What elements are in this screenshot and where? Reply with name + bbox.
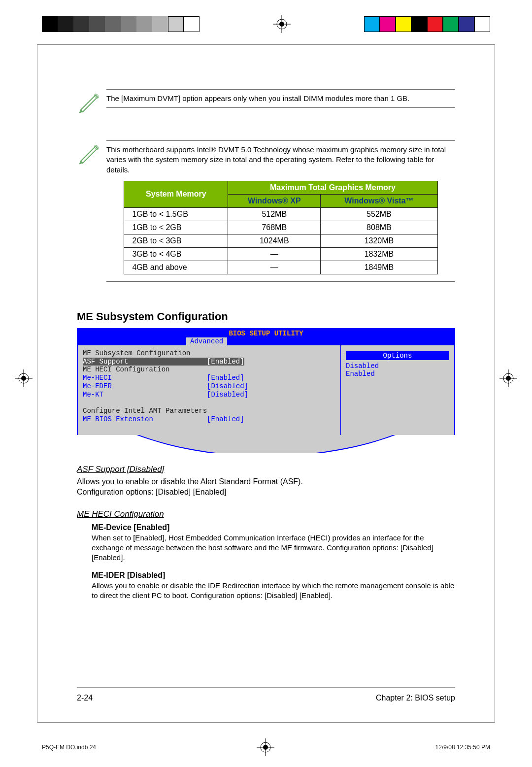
- graphics-memory-table: System Memory Maximum Total Graphics Mem…: [124, 181, 437, 274]
- bios-tab-advanced: Advanced: [186, 337, 227, 345]
- color-swatches: [364, 16, 490, 32]
- cell-xp: 512MB: [228, 207, 321, 221]
- registration-mark-right: [499, 369, 517, 387]
- note-1: The [Maximum DVMT] option appears only w…: [77, 89, 455, 116]
- crop-marks-top: [42, 15, 490, 33]
- print-timestamp: 12/9/08 12:35:50 PM: [435, 744, 490, 751]
- cell-sys: 1GB to < 1.5GB: [124, 207, 228, 221]
- print-file-label: P5Q-EM DO.indb 24: [42, 744, 96, 751]
- th-win-xp: Windows® XP: [228, 194, 321, 207]
- cell-xp: 768MB: [228, 221, 321, 234]
- chapter-label: Chapter 2: BIOS setup: [376, 694, 455, 702]
- grayscale-swatches: [42, 16, 200, 32]
- table-row: 2GB to < 3GB1024MB1320MB: [124, 234, 437, 247]
- cell-xp: —: [228, 261, 321, 274]
- page-footer: 2-24 Chapter 2: BIOS setup: [77, 687, 455, 702]
- cell-xp: 1024MB: [228, 234, 321, 247]
- table-row: 3GB to < 4GB—1832MB: [124, 247, 437, 261]
- cell-xp: —: [228, 247, 321, 261]
- bios-screenshot: BIOS SETUP UTILITY Advanced ME Subsystem…: [77, 328, 455, 440]
- cell-vista: 552MB: [321, 207, 437, 221]
- note-2: This motherboard supports Intel® DVMT 5.…: [77, 140, 455, 286]
- section-heading-me-subsystem: ME Subsystem Configuration: [77, 310, 455, 323]
- bios-options-header: Options: [346, 351, 449, 360]
- bios-option: Disabled: [346, 362, 449, 370]
- cell-vista: 1320MB: [321, 234, 437, 247]
- table-row: 4GB and above—1849MB: [124, 261, 437, 274]
- bios-title-bar: BIOS SETUP UTILITY Advanced: [78, 329, 454, 345]
- bios-option: Enabled: [346, 370, 449, 378]
- cell-vista: 1832MB: [321, 247, 437, 261]
- crop-marks-bottom: P5Q-EM DO.indb 24 12/9/08 12:35:50 PM: [42, 742, 490, 752]
- registration-mark-top: [273, 15, 291, 33]
- me-ider-body: Allows you to enable or disable the IDE …: [92, 581, 455, 601]
- cell-sys: 1GB to < 2GB: [124, 221, 228, 234]
- th-win-vista: Windows® Vista™: [321, 194, 437, 207]
- cell-vista: 808MB: [321, 221, 437, 234]
- page-number: 2-24: [77, 694, 93, 702]
- cell-sys: 4GB and above: [124, 261, 228, 274]
- th-max-graphics: Maximum Total Graphics Memory: [228, 181, 437, 194]
- table-row: 1GB to < 2GB768MB808MB: [124, 221, 437, 234]
- me-device-body: When set to [Enabled], Host Embedded Com…: [92, 533, 455, 563]
- page-frame: The [Maximum DVMT] option appears only w…: [37, 44, 495, 723]
- bios-right-panel: Options DisabledEnabled: [341, 345, 454, 439]
- cell-sys: 3GB to < 4GB: [124, 247, 228, 261]
- asf-body: Allows you to enable or disable the Aler…: [77, 476, 455, 498]
- bios-bottom-curve: [77, 435, 455, 453]
- pen-note-icon: [77, 89, 106, 116]
- note-1-text: The [Maximum DVMT] option appears only w…: [106, 89, 455, 108]
- table-row: 1GB to < 1.5GB512MB552MB: [124, 207, 437, 221]
- me-ider-title: ME-IDER [Disabled]: [92, 571, 455, 580]
- registration-mark-left: [15, 369, 33, 387]
- note-2-text: This motherboard supports Intel® DVMT 5.…: [106, 140, 455, 175]
- me-device-title: ME-Device [Enabled]: [92, 523, 455, 532]
- heading-asf-support: ASF Support [Disabled]: [77, 465, 455, 474]
- th-system-memory: System Memory: [124, 181, 228, 207]
- heading-me-heci: ME HECI Configuration: [77, 509, 455, 519]
- bios-title-text: BIOS SETUP UTILITY: [229, 330, 303, 337]
- cell-vista: 1849MB: [321, 261, 437, 274]
- cell-sys: 2GB to < 3GB: [124, 234, 228, 247]
- registration-mark-bottom: [257, 738, 274, 756]
- bios-left-panel: ME Subsystem Configuration ASF Support […: [78, 345, 341, 439]
- pen-note-icon: [77, 140, 106, 167]
